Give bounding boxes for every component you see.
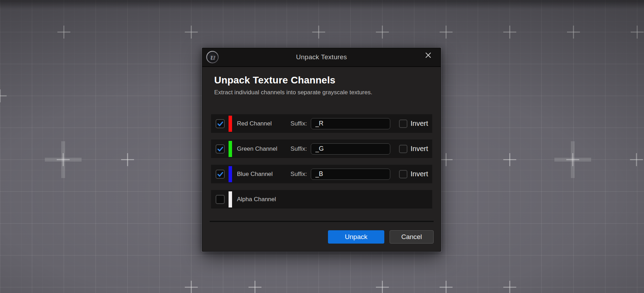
grid-cross-small	[630, 153, 643, 166]
dialog-footer: Unpack Cancel	[202, 230, 434, 244]
grid-cross-large	[554, 141, 591, 178]
invert-label: Invert	[411, 145, 428, 153]
footer-divider	[210, 221, 434, 222]
suffix-label: Suffix:	[290, 171, 307, 178]
dialog-titlebar[interactable]: u Unpack Textures	[202, 48, 441, 67]
channel-row-green: Green Channel Suffix: Invert	[211, 139, 432, 158]
unpack-textures-dialog: u Unpack Textures Unpack Texture Channel…	[202, 48, 441, 252]
blue-suffix-input[interactable]	[311, 169, 390, 180]
channel-name-label: Red Channel	[237, 120, 290, 127]
close-icon	[425, 52, 431, 58]
check-icon	[217, 171, 223, 177]
invert-label: Invert	[411, 120, 428, 128]
channel-name-label: Blue Channel	[237, 171, 290, 178]
channel-row-blue: Blue Channel Suffix: Invert	[211, 165, 432, 183]
grid-cross-small	[376, 281, 389, 293]
grid-cross-small	[440, 281, 453, 293]
dialog-title: Unpack Textures	[202, 53, 441, 61]
suffix-label: Suffix:	[290, 145, 307, 152]
grid-cross-small	[631, 26, 644, 39]
red-channel-color-bar	[229, 116, 232, 132]
green-channel-color-bar	[229, 141, 232, 157]
close-button[interactable]	[423, 50, 433, 60]
grid-cross-small	[376, 26, 389, 39]
check-icon	[217, 146, 223, 152]
alpha-channel-checkbox[interactable]	[216, 195, 225, 204]
channel-name-label: Alpha Channel	[237, 196, 290, 203]
blue-invert-checkbox[interactable]	[399, 170, 407, 178]
grid-cross-small	[503, 281, 516, 293]
channel-rows: Red Channel Suffix: Invert Green Channel…	[211, 114, 432, 209]
suffix-label: Suffix:	[290, 120, 307, 127]
red-invert-checkbox[interactable]	[399, 120, 407, 128]
channel-row-red: Red Channel Suffix: Invert	[211, 114, 432, 133]
grid-cross-small	[185, 26, 198, 39]
grid-cross-small	[57, 153, 70, 166]
green-channel-checkbox[interactable]	[216, 144, 225, 154]
red-channel-checkbox[interactable]	[216, 119, 225, 128]
grid-cross-small	[503, 26, 516, 39]
grid-cross-small	[312, 26, 325, 39]
dialog-heading: Unpack Texture Channels	[214, 75, 441, 86]
green-suffix-input[interactable]	[311, 143, 390, 155]
grid-cross-small	[121, 153, 134, 166]
blue-channel-checkbox[interactable]	[216, 170, 225, 179]
channel-row-alpha: Alpha Channel	[211, 190, 432, 209]
cancel-button[interactable]: Cancel	[390, 230, 434, 244]
alpha-channel-color-bar	[229, 191, 232, 207]
blue-channel-color-bar	[229, 166, 232, 182]
check-icon	[217, 121, 223, 127]
grid-cross-small	[440, 153, 453, 166]
grid-cross-small	[440, 26, 453, 39]
invert-label: Invert	[411, 170, 428, 178]
green-invert-checkbox[interactable]	[399, 145, 407, 153]
unpack-button[interactable]: Unpack	[328, 230, 384, 244]
grid-cross-small	[185, 281, 198, 293]
dialog-subtitle: Extract individual channels into separat…	[214, 89, 441, 96]
grid-cross-small	[57, 26, 70, 39]
red-suffix-input[interactable]	[311, 118, 390, 129]
grid-cross-small	[567, 26, 580, 39]
channel-name-label: Green Channel	[237, 145, 290, 152]
grid-cross-large	[45, 141, 82, 178]
grid-cross-small	[503, 153, 516, 166]
grid-cross-small	[566, 153, 579, 166]
grid-cross-small	[0, 89, 7, 102]
grid-cross-small	[248, 281, 261, 293]
